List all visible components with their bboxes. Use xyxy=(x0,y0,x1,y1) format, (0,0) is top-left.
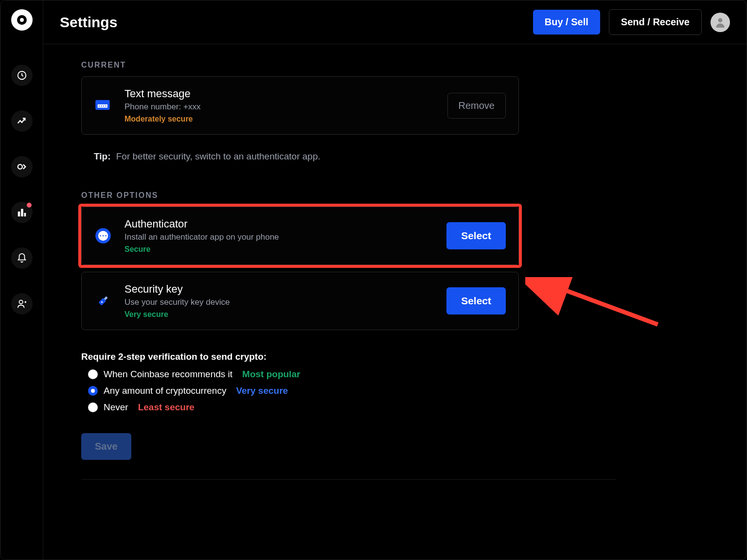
security-key-tag: Very secure xyxy=(124,310,434,319)
logo[interactable] xyxy=(11,9,33,31)
sms-icon xyxy=(94,97,112,114)
svg-point-9 xyxy=(99,105,100,106)
radio-extra: Very secure xyxy=(236,385,288,396)
svg-point-1 xyxy=(18,164,22,169)
svg-point-10 xyxy=(101,105,102,106)
security-key-icon xyxy=(94,292,112,310)
page-title: Settings xyxy=(60,14,117,31)
authenticator-tag: Secure xyxy=(124,245,434,254)
security-key-subtitle: Use your security key device xyxy=(124,298,434,307)
current-method-card: Text message Phone number: +xxx Moderate… xyxy=(81,76,519,135)
current-method-subtitle: Phone number: +xxx xyxy=(124,102,435,112)
radio-icon xyxy=(88,402,98,412)
avatar[interactable] xyxy=(711,13,730,32)
send-receive-button[interactable]: Send / Receive xyxy=(609,9,702,35)
authenticator-icon xyxy=(94,227,112,245)
radio-extra: Most popular xyxy=(242,369,300,380)
tip: Tip: For better security, switch to an a… xyxy=(94,151,730,162)
radio-never[interactable]: Never Least secure xyxy=(88,402,730,413)
section-current-label: CURRENT xyxy=(81,61,730,70)
require-2fa-heading: Require 2-step verification to send cryp… xyxy=(81,351,730,362)
authenticator-select-button[interactable]: Select xyxy=(446,222,506,249)
svg-point-6 xyxy=(718,18,723,22)
svg-point-17 xyxy=(105,235,107,237)
sidebar xyxy=(0,0,43,560)
radio-label: Any amount of cryptocurrency xyxy=(104,385,226,396)
buy-sell-button[interactable]: Buy / Sell xyxy=(533,10,600,35)
svg-point-16 xyxy=(103,235,104,237)
security-key-select-button[interactable]: Select xyxy=(446,287,506,315)
authenticator-card: Authenticator Install an authenticator a… xyxy=(81,207,519,265)
authenticator-title: Authenticator xyxy=(124,218,434,230)
radio-icon xyxy=(88,386,98,396)
security-key-card: Security key Use your security key devic… xyxy=(81,272,519,330)
content: CURRENT Text message Phone number: +xxx … xyxy=(43,44,747,560)
radio-label: Never xyxy=(104,402,128,413)
svg-rect-3 xyxy=(21,209,23,217)
remove-button[interactable]: Remove xyxy=(447,93,506,119)
main: Settings Buy / Sell Send / Receive CURRE… xyxy=(43,0,747,560)
svg-rect-4 xyxy=(24,213,26,216)
nav-notifications-icon[interactable] xyxy=(11,247,33,269)
authenticator-subtitle: Install an authenticator app on your pho… xyxy=(124,232,434,242)
notification-dot xyxy=(27,203,32,208)
nav-trending-icon[interactable] xyxy=(11,110,33,132)
radio-any-amount[interactable]: Any amount of cryptocurrency Very secure xyxy=(88,385,730,396)
current-method-tag: Moderately secure xyxy=(124,115,435,123)
svg-point-5 xyxy=(19,300,22,304)
radio-icon xyxy=(88,369,98,379)
radio-extra: Least secure xyxy=(138,402,195,413)
svg-point-11 xyxy=(103,105,104,106)
topbar: Settings Buy / Sell Send / Receive xyxy=(43,0,747,44)
svg-rect-2 xyxy=(18,211,20,216)
svg-point-15 xyxy=(100,235,101,237)
nav-explore-icon[interactable] xyxy=(11,156,33,177)
section-other-label: OTHER OPTIONS xyxy=(81,191,730,200)
divider xyxy=(81,479,616,480)
current-method-title: Text message xyxy=(124,88,435,100)
radio-recommended[interactable]: When Coinbase recommends it Most popular xyxy=(88,369,730,380)
nav-invite-icon[interactable] xyxy=(11,293,33,315)
radio-label: When Coinbase recommends it xyxy=(104,369,232,380)
save-button[interactable]: Save xyxy=(81,433,131,460)
tip-text: For better security, switch to an authen… xyxy=(116,151,320,161)
nav-home-icon[interactable] xyxy=(11,65,33,86)
svg-point-12 xyxy=(106,105,107,106)
tip-label: Tip: xyxy=(94,151,110,161)
nav-dashboard-icon[interactable] xyxy=(11,202,33,223)
security-key-title: Security key xyxy=(124,283,434,296)
